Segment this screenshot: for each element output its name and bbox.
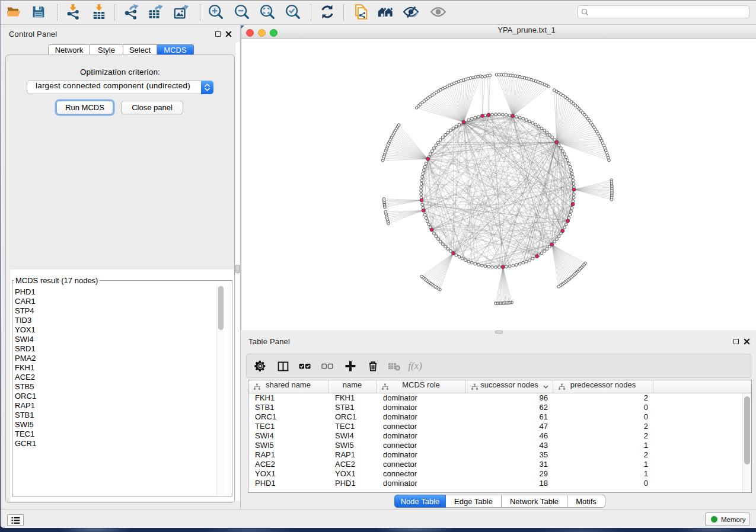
network-node[interactable] [572, 179, 575, 182]
network-node[interactable] [537, 125, 540, 128]
network-hub-node[interactable] [430, 228, 433, 232]
open-file-button[interactable] [4, 2, 24, 21]
network-node[interactable] [464, 259, 467, 262]
network-leaf-node[interactable] [397, 124, 400, 127]
network-node[interactable] [557, 235, 560, 238]
table-row[interactable]: FKH1FKH1dominator962 [248, 393, 751, 403]
network-node[interactable] [551, 136, 554, 139]
export-network-button[interactable] [121, 2, 141, 21]
network-node[interactable] [449, 250, 452, 253]
network-node[interactable] [573, 193, 576, 196]
network-hub-node[interactable] [511, 114, 515, 118]
network-node[interactable] [566, 159, 569, 162]
table-row[interactable]: PHD1PHD1dominator180 [248, 479, 751, 488]
network-node[interactable] [430, 150, 433, 153]
network-hub-node[interactable] [555, 140, 559, 144]
criterion-dropdown[interactable]: largest connected component (undirected) [27, 81, 213, 94]
network-node[interactable] [570, 207, 573, 210]
network-hub-node[interactable] [452, 251, 455, 255]
network-leaf-node[interactable] [489, 74, 492, 77]
mcds-result-item[interactable]: SRD1 [15, 344, 216, 354]
network-node[interactable] [446, 131, 449, 134]
network-node[interactable] [444, 245, 447, 248]
network-hub-node[interactable] [535, 255, 539, 258]
mcds-result-item[interactable]: STB1 [15, 411, 216, 420]
network-node[interactable] [563, 226, 566, 229]
tab-network-table[interactable]: Network Table [502, 495, 567, 508]
close-panel-icon[interactable] [225, 31, 232, 37]
network-node[interactable] [426, 220, 429, 223]
memory-button[interactable]: Memory [705, 512, 750, 526]
table-scrollbar-thumb[interactable] [744, 396, 750, 464]
mcds-result-item[interactable]: SWI5 [15, 420, 216, 430]
network-node[interactable] [553, 241, 556, 243]
export-image-button[interactable] [171, 2, 191, 21]
network-hub-node[interactable] [572, 188, 576, 191]
delete-table-button[interactable] [384, 357, 404, 376]
column-header-successor-nodes[interactable]: successor nodes [466, 380, 553, 393]
table-row[interactable]: ORC1ORC1dominator610 [248, 412, 751, 422]
network-node[interactable] [572, 196, 575, 199]
network-node[interactable] [458, 123, 461, 126]
network-node[interactable] [470, 117, 473, 120]
network-node[interactable] [422, 169, 425, 172]
mcds-result-item[interactable]: RAP1 [15, 401, 216, 411]
network-hub-node[interactable] [571, 203, 575, 206]
table-row[interactable]: STB1STB1dominator620 [248, 403, 751, 412]
horizontal-splitter-grip[interactable] [495, 331, 503, 334]
network-hub-node[interactable] [561, 229, 564, 233]
close-table-panel-icon[interactable] [744, 338, 750, 345]
network-node[interactable] [420, 186, 423, 189]
network-node[interactable] [528, 120, 531, 123]
network-node[interactable] [501, 113, 504, 116]
tab-node-table[interactable]: Node Table [394, 495, 446, 508]
network-leaf-node[interactable] [420, 275, 423, 278]
mcds-result-item[interactable]: STB5 [15, 382, 216, 392]
zoom-out-button[interactable] [232, 2, 252, 21]
network-leaf-node[interactable] [608, 159, 611, 162]
column-header-MCDS-role[interactable]: MCDS role [377, 380, 466, 393]
network-node[interactable] [525, 118, 528, 121]
network-node[interactable] [420, 182, 423, 185]
network-hub-node[interactable] [481, 114, 484, 118]
network-node[interactable] [569, 165, 572, 168]
network-node[interactable] [531, 257, 534, 260]
zoom-fit-button[interactable] [257, 2, 277, 21]
network-node[interactable] [433, 232, 436, 235]
table-row[interactable]: SWI5SWI5connector431 [248, 441, 751, 450]
run-mcds-button[interactable]: Run MCDS [56, 101, 113, 114]
network-node[interactable] [525, 260, 528, 263]
network-node[interactable] [546, 248, 548, 251]
network-node[interactable] [557, 144, 560, 147]
save-session-button[interactable] [28, 2, 49, 21]
network-node[interactable] [518, 116, 521, 119]
close-panel-button[interactable]: Close panel [121, 101, 183, 114]
network-node[interactable] [474, 262, 477, 265]
network-node[interactable] [428, 223, 430, 226]
network-node[interactable] [508, 265, 511, 268]
network-node[interactable] [461, 257, 464, 260]
network-node[interactable] [528, 259, 531, 262]
network-canvas[interactable] [241, 39, 756, 330]
network-node[interactable] [572, 175, 575, 178]
network-leaf-node[interactable] [481, 75, 484, 78]
network-node[interactable] [569, 213, 572, 216]
network-node[interactable] [560, 147, 563, 150]
network-node[interactable] [505, 265, 508, 268]
network-node[interactable] [422, 172, 425, 175]
network-node[interactable] [522, 117, 525, 120]
mcds-result-item[interactable]: ACE2 [15, 373, 216, 382]
network-node[interactable] [421, 175, 424, 178]
network-node[interactable] [467, 118, 470, 121]
network-node[interactable] [570, 210, 573, 213]
table-scrollbar[interactable] [742, 393, 751, 493]
network-hub-node[interactable] [501, 265, 505, 269]
zoom-selected-button[interactable] [283, 2, 303, 21]
network-node[interactable] [563, 153, 566, 156]
network-node[interactable] [495, 266, 497, 269]
network-node[interactable] [498, 113, 501, 116]
network-node[interactable] [515, 116, 518, 118]
network-node[interactable] [433, 147, 436, 150]
network-node[interactable] [421, 203, 424, 206]
network-node[interactable] [477, 264, 480, 267]
